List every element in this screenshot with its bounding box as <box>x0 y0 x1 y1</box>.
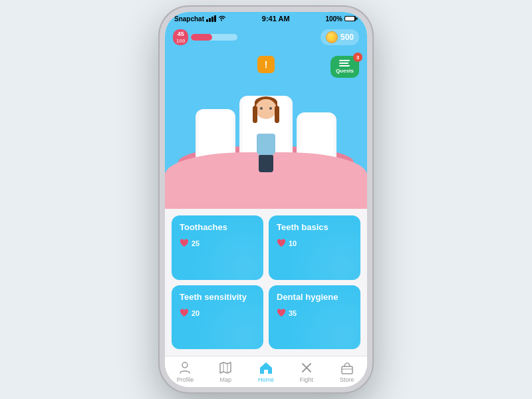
phone-frame: Snapchat 9:41 AM 100% <box>160 7 372 392</box>
category-teeth-basics-title: Teeth basics <box>277 222 352 233</box>
svg-rect-8 <box>342 366 352 374</box>
char-head <box>255 99 277 119</box>
game-scene: ! 3 <box>165 49 367 209</box>
nav-profile-label: Profile <box>177 376 194 383</box>
heart-icon-dental-hygiene <box>277 309 286 318</box>
hp-display: 45 100 <box>173 29 188 45</box>
hp-container: 45 100 <box>173 29 237 45</box>
coin-container: ⭐ 500 <box>321 29 359 45</box>
toothaches-like-count: 25 <box>192 239 200 247</box>
category-dental-hygiene-title: Dental hygiene <box>277 292 352 303</box>
svg-rect-1 <box>356 17 358 20</box>
teeth-basics-like-count: 10 <box>289 239 297 247</box>
store-icon <box>340 360 354 375</box>
quest-line-3 <box>339 65 350 66</box>
heart-icon-teeth-sensitivity <box>180 309 189 318</box>
status-bar: Snapchat 9:41 AM 100% <box>165 12 367 25</box>
coin-icon: ⭐ <box>326 31 338 43</box>
nav-home-label: Home <box>258 376 274 383</box>
home-icon <box>259 360 273 375</box>
status-left: Snapchat <box>174 15 226 23</box>
category-teeth-sensitivity-likes: 20 <box>180 309 255 318</box>
quest-badge: 3 <box>353 53 362 62</box>
quest-line-2 <box>339 63 348 64</box>
hair-right <box>275 106 279 123</box>
svg-point-3 <box>182 362 188 368</box>
nav-fight[interactable]: Fight <box>292 360 321 383</box>
profile-icon <box>178 360 192 375</box>
dental-hygiene-like-count: 35 <box>289 309 297 317</box>
nav-store[interactable]: Store <box>332 360 362 383</box>
hp-max: 100 <box>176 38 185 45</box>
game-header: 45 100 ⭐ 500 <box>165 25 367 49</box>
eye-right <box>269 107 272 110</box>
signal-icon <box>206 15 216 22</box>
categories-grid: Toothaches 25 Teeth basics 10 Teeth sens… <box>165 209 367 356</box>
heart-icon-teeth-basics <box>277 239 286 248</box>
quests-button[interactable]: 3 Quests <box>331 56 359 78</box>
quest-list-icon <box>339 60 350 66</box>
hp-bar-fill <box>191 34 212 41</box>
coin-amount: 500 <box>340 33 354 42</box>
wifi-icon <box>218 15 226 22</box>
hair-left <box>253 106 257 123</box>
category-toothaches-title: Toothaches <box>180 222 255 233</box>
category-dental-hygiene[interactable]: Dental hygiene 35 <box>269 285 360 349</box>
category-teeth-sensitivity[interactable]: Teeth sensitivity 20 <box>172 285 263 349</box>
heart-icon-toothaches <box>180 239 189 248</box>
warning-symbol: ! <box>265 59 268 70</box>
time-label: 9:41 AM <box>262 15 290 23</box>
battery-icon <box>344 15 358 22</box>
category-toothaches[interactable]: Toothaches 25 <box>172 215 263 279</box>
category-teeth-basics[interactable]: Teeth basics 10 <box>269 215 360 279</box>
nav-fight-label: Fight <box>300 376 313 383</box>
nav-map-label: Map <box>219 376 231 383</box>
nav-store-label: Store <box>340 376 354 383</box>
char-legs <box>259 155 273 172</box>
quest-label: Quests <box>336 68 354 74</box>
bottom-navigation: Profile Map Home <box>165 356 367 387</box>
carrier-label: Snapchat <box>174 15 204 23</box>
category-teeth-sensitivity-title: Teeth sensitivity <box>180 292 255 303</box>
char-body <box>257 134 275 155</box>
hp-bar-background <box>191 34 237 41</box>
quest-line-1 <box>339 60 350 61</box>
warning-icon: ! <box>257 56 275 73</box>
eye-left <box>260 107 263 110</box>
game-character <box>253 96 279 172</box>
fight-icon <box>299 360 314 375</box>
nav-map[interactable]: Map <box>211 360 240 383</box>
battery-label: 100% <box>325 15 342 23</box>
svg-rect-2 <box>345 17 354 21</box>
category-teeth-basics-likes: 10 <box>277 239 352 248</box>
teeth-sensitivity-like-count: 20 <box>192 309 200 317</box>
nav-profile[interactable]: Profile <box>170 360 200 383</box>
category-dental-hygiene-likes: 35 <box>277 309 352 318</box>
map-icon <box>218 360 233 375</box>
status-right: 100% <box>325 15 358 23</box>
hp-current: 45 <box>176 31 185 38</box>
category-toothaches-likes: 25 <box>180 239 255 248</box>
nav-home[interactable]: Home <box>251 360 281 383</box>
character-upper <box>253 96 279 136</box>
